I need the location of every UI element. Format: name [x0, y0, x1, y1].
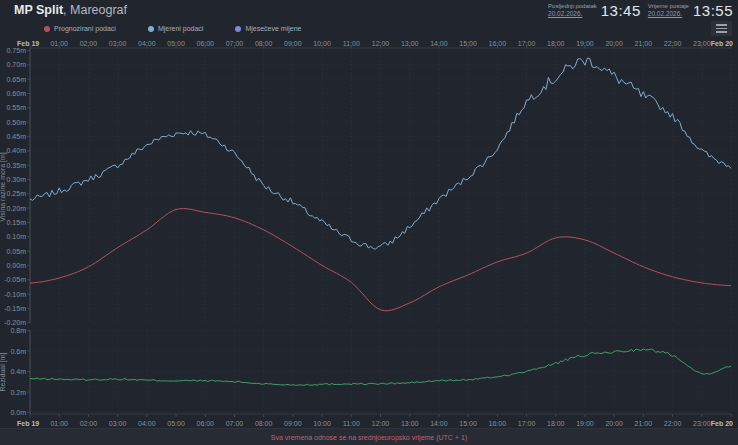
- svg-text:07:00: 07:00: [226, 40, 244, 47]
- svg-text:0.10m: 0.10m: [7, 233, 27, 240]
- svg-text:10:00: 10:00: [313, 420, 331, 427]
- chart-legend: Prognozirani podaci Mjereni podaci Mjese…: [44, 25, 301, 32]
- header-status: Posljednji podatak 20.02.2026. 13:45 Vri…: [548, 2, 733, 19]
- svg-text:21:00: 21:00: [635, 420, 653, 427]
- svg-text:08:00: 08:00: [255, 420, 273, 427]
- legend-item-moon-phases[interactable]: Mjesečeve mijene: [235, 25, 301, 32]
- last-data-date-link[interactable]: 20.02.2026.: [548, 10, 582, 18]
- svg-text:0.70m: 0.70m: [7, 61, 27, 68]
- svg-text:12:00: 12:00: [372, 420, 390, 427]
- last-data-block: Posljednji podatak 20.02.2026. 13:45: [548, 2, 641, 19]
- svg-text:03:00: 03:00: [109, 420, 127, 427]
- timezone-note: Sva vremena odnose se na srednjoeuropsko…: [271, 434, 467, 441]
- svg-text:06:00: 06:00: [196, 40, 214, 47]
- svg-text:0.45m: 0.45m: [7, 133, 27, 140]
- svg-text:01:00: 01:00: [50, 420, 68, 427]
- svg-text:05:00: 05:00: [167, 420, 185, 427]
- svg-text:04:00: 04:00: [138, 420, 156, 427]
- svg-text:11:00: 11:00: [343, 420, 360, 427]
- svg-text:18:00: 18:00: [547, 420, 565, 427]
- svg-text:19:00: 19:00: [576, 420, 594, 427]
- mareograph-chart[interactable]: 0.75m0.70m0.65m0.60m0.55m0.50m0.45m0.40m…: [0, 0, 738, 445]
- svg-text:17:00: 17:00: [518, 40, 536, 47]
- forecast-marker-icon: [44, 26, 50, 32]
- svg-text:19:00: 19:00: [576, 40, 594, 47]
- legend-label-forecast: Prognozirani podaci: [54, 25, 116, 32]
- svg-text:02:00: 02:00: [80, 420, 98, 427]
- svg-text:15:00: 15:00: [459, 420, 477, 427]
- svg-text:02:00: 02:00: [80, 40, 98, 47]
- svg-text:0.25m: 0.25m: [7, 190, 27, 197]
- station-type: , Mareograf: [63, 3, 127, 17]
- svg-text:0.00m: 0.00m: [7, 262, 27, 269]
- svg-text:22:00: 22:00: [664, 40, 682, 47]
- svg-text:0.60m: 0.60m: [7, 90, 27, 97]
- hamburger-menu-icon: [716, 24, 727, 26]
- svg-text:05:00: 05:00: [167, 40, 185, 47]
- svg-text:21:00: 21:00: [635, 40, 653, 47]
- svg-text:07:00: 07:00: [226, 420, 244, 427]
- svg-text:0.4m: 0.4m: [10, 368, 26, 375]
- svg-text:0.15m: 0.15m: [7, 219, 27, 226]
- svg-text:01:00: 01:00: [50, 40, 68, 47]
- svg-text:18:00: 18:00: [547, 40, 565, 47]
- svg-text:09:00: 09:00: [284, 420, 302, 427]
- svg-text:04:00: 04:00: [138, 40, 156, 47]
- station-name: MP Split: [14, 3, 63, 17]
- svg-text:0.20m: 0.20m: [7, 205, 27, 212]
- svg-text:20:00: 20:00: [605, 40, 623, 47]
- svg-text:03:00: 03:00: [109, 40, 127, 47]
- legend-label-measured: Mjereni podaci: [158, 25, 204, 32]
- svg-text:23:00: 23:00: [693, 420, 711, 427]
- page-title: MP Split, Mareograf: [14, 3, 127, 17]
- svg-text:0.75m: 0.75m: [7, 47, 27, 54]
- svg-text:0.55m: 0.55m: [7, 104, 27, 111]
- chart-context-menu-button[interactable]: [711, 21, 732, 36]
- svg-text:Feb 19: Feb 19: [17, 420, 39, 427]
- legend-label-moon-phases: Mjesečeve mijene: [245, 25, 301, 32]
- legend-item-measured[interactable]: Mjereni podaci: [148, 25, 204, 32]
- svg-text:06:00: 06:00: [196, 420, 214, 427]
- header-bar: MP Split, Mareograf Posljednji podatak 2…: [0, 0, 738, 20]
- station-time: 13:55: [693, 2, 733, 19]
- svg-text:0.50m: 0.50m: [7, 119, 27, 126]
- svg-text:20:00: 20:00: [605, 420, 623, 427]
- svg-text:0.8m: 0.8m: [10, 327, 26, 334]
- station-time-label: Vrijeme postaje: [648, 3, 689, 11]
- svg-text:0.2m: 0.2m: [10, 389, 26, 396]
- svg-text:0.0m: 0.0m: [10, 409, 26, 416]
- station-time-date-link[interactable]: 20.02.2026.: [648, 10, 682, 18]
- y-axis-title-residual: Rezidual [m]: [0, 272, 9, 445]
- svg-text:22:00: 22:00: [664, 420, 682, 427]
- moon-phase-marker-icon: [235, 26, 241, 32]
- last-data-time: 13:45: [601, 2, 641, 19]
- svg-text:14:00: 14:00: [430, 40, 448, 47]
- svg-text:10:00: 10:00: [313, 40, 331, 47]
- last-data-label: Posljednji podatak: [548, 3, 597, 11]
- svg-text:16:00: 16:00: [489, 40, 507, 47]
- legend-item-forecast[interactable]: Prognozirani podaci: [44, 25, 116, 32]
- svg-text:Feb 20: Feb 20: [711, 420, 733, 427]
- footer-bar: Sva vremena odnose se na srednjoeuropsko…: [0, 428, 738, 445]
- svg-text:09:00: 09:00: [284, 40, 302, 47]
- svg-text:0.6m: 0.6m: [10, 348, 26, 355]
- svg-text:Feb 19: Feb 19: [17, 40, 39, 47]
- svg-text:0.40m: 0.40m: [7, 147, 27, 154]
- station-time-block: Vrijeme postaje 20.02.2026. 13:55: [648, 2, 733, 19]
- svg-text:0.65m: 0.65m: [7, 76, 27, 83]
- svg-text:13:00: 13:00: [401, 40, 419, 47]
- svg-text:08:00: 08:00: [255, 40, 273, 47]
- svg-text:17:00: 17:00: [518, 420, 536, 427]
- svg-text:13:00: 13:00: [401, 420, 419, 427]
- svg-text:11:00: 11:00: [343, 40, 360, 47]
- svg-text:15:00: 15:00: [459, 40, 477, 47]
- svg-text:0.05m: 0.05m: [7, 248, 27, 255]
- svg-text:12:00: 12:00: [372, 40, 390, 47]
- svg-text:0.35m: 0.35m: [7, 162, 27, 169]
- measured-marker-icon: [148, 26, 154, 32]
- svg-text:16:00: 16:00: [489, 420, 507, 427]
- svg-text:0.30m: 0.30m: [7, 176, 27, 183]
- svg-text:Feb 20: Feb 20: [711, 40, 733, 47]
- svg-text:14:00: 14:00: [430, 420, 448, 427]
- y-axis-title-sea-level: Visina razine mora [m]: [0, 87, 9, 287]
